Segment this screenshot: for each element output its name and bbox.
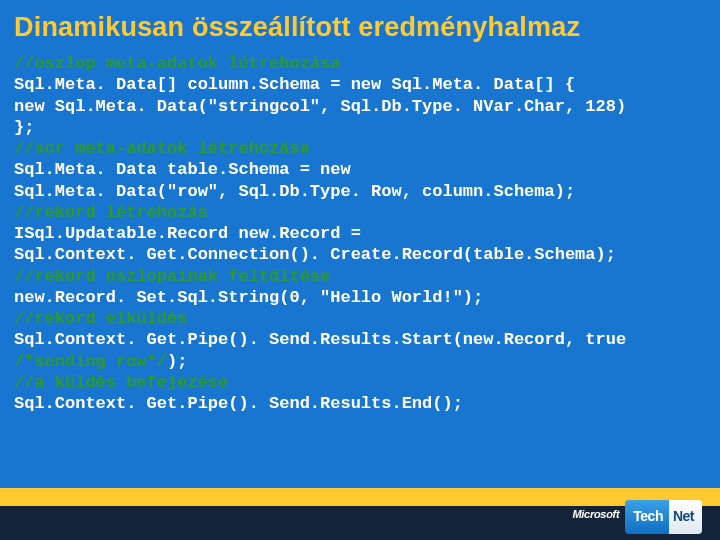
technet-logo: Tech Net — [625, 500, 702, 534]
code-line: Sql.Meta. Data[] column.Schema = new Sql… — [14, 74, 706, 95]
slide: Dinamikusan összeállított eredményhalmaz… — [0, 0, 720, 540]
code-text: ); — [167, 352, 187, 371]
microsoft-wordmark: Microsoft — [572, 508, 619, 520]
code-line: new Sql.Meta. Data("stringcol", Sql.Db.T… — [14, 96, 706, 117]
code-comment: //rekord oszlopainak feltöltése — [14, 266, 706, 287]
code-comment: //oszlop meta-adatok létrehozása — [14, 53, 706, 74]
footer: Microsoft Tech Net — [0, 488, 720, 540]
technet-logo-tech: Tech — [625, 500, 669, 534]
code-comment: //rekord elküldés — [14, 308, 706, 329]
code-block: //oszlop meta-adatok létrehozása Sql.Met… — [0, 51, 720, 414]
code-line: Sql.Context. Get.Connection(). Create.Re… — [14, 244, 706, 265]
code-line: }; — [14, 117, 706, 138]
code-line: Sql.Context. Get.Pipe(). Send.Results.En… — [14, 393, 706, 414]
code-line: ISql.Updatable.Record new.Record = — [14, 223, 706, 244]
code-comment: //rekord létrehozás — [14, 202, 706, 223]
code-line: new.Record. Set.Sql.String(0, "Hello Wor… — [14, 287, 706, 308]
code-comment-inline: /*sending row*/ — [14, 352, 167, 371]
code-comment: //a küldés befejezése — [14, 372, 706, 393]
code-line: Sql.Meta. Data table.Schema = new — [14, 159, 706, 180]
code-line: Sql.Context. Get.Pipe(). Send.Results.St… — [14, 329, 706, 372]
slide-title: Dinamikusan összeállított eredményhalmaz — [0, 0, 720, 51]
technet-logo-net: Net — [669, 500, 702, 534]
footer-logo: Microsoft Tech Net — [572, 500, 702, 534]
code-text: Sql.Context. Get.Pipe(). Send.Results.St… — [14, 330, 626, 349]
code-line: Sql.Meta. Data("row", Sql.Db.Type. Row, … — [14, 181, 706, 202]
code-comment: //sor meta-adatok létrehozása — [14, 138, 706, 159]
